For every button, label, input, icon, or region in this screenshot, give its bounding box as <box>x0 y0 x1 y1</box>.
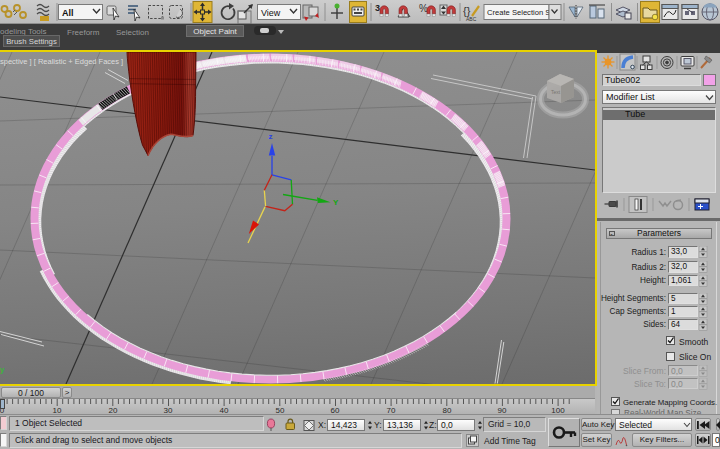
svg-text:ABC: ABC <box>466 16 477 22</box>
svg-text:View: View <box>261 8 281 18</box>
svg-text:%: % <box>419 3 428 14</box>
svg-text:3: 3 <box>375 3 380 13</box>
svg-text:Y: Y <box>333 198 339 207</box>
svg-text:Text: Text <box>551 89 561 95</box>
svg-text:All: All <box>62 8 74 18</box>
svg-text:y: y <box>0 365 5 374</box>
svg-text:z: z <box>269 132 273 141</box>
svg-text:Create Selection Se: Create Selection Se <box>487 8 555 17</box>
